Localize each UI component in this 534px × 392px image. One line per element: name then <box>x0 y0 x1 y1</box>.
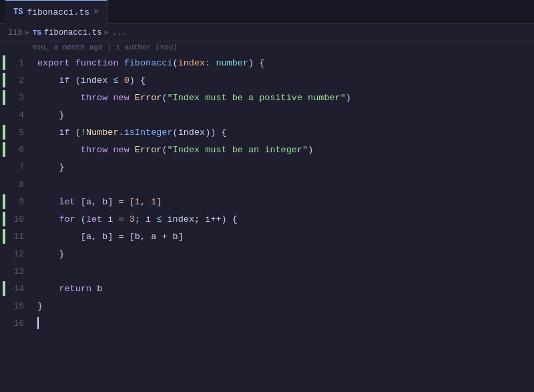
breadcrumb-sep1: ▶ <box>25 27 30 37</box>
gutter-line-16: 16 <box>0 315 29 332</box>
code-line-6: throw new Error("Index must be an intege… <box>37 141 534 158</box>
code-line-2: if (index ≤ 0) { <box>37 71 534 89</box>
line-num-16: 16 <box>8 319 24 329</box>
code-line-7: } <box>37 158 534 176</box>
gutter-line-3: 3 <box>0 89 29 106</box>
gutter-line-5: 5 <box>0 124 29 141</box>
gutter-line-13: 13 <box>0 262 29 280</box>
breadcrumb: lib ▶ TS fibonacci.ts ▶ ... <box>0 24 534 41</box>
git-bar-3 <box>3 90 5 105</box>
breadcrumb-lib: lib <box>8 28 23 37</box>
breadcrumb-sep2: ▶ <box>104 27 109 37</box>
line-num-12: 12 <box>8 249 24 259</box>
breadcrumb-ts-badge: TS <box>33 29 41 37</box>
gutter-line-1: 1 <box>0 54 29 71</box>
gutter-line-6: 6 <box>0 141 29 158</box>
cursor <box>37 317 39 329</box>
gutter-line-8: 8 <box>0 176 29 193</box>
git-bar-10 <box>3 212 5 226</box>
line-num-7: 7 <box>8 162 24 172</box>
gutter-line-12: 12 <box>0 245 29 262</box>
git-bar-2 <box>3 73 5 87</box>
code-line-13 <box>37 262 534 280</box>
line-num-8: 8 <box>8 180 24 190</box>
code-line-11: [a, b] = [b, a + b] <box>37 228 534 245</box>
code-line-10: for (let i = 3; i ≤ index; i++) { <box>37 210 534 228</box>
code-line-4: } <box>37 106 534 124</box>
line-num-6: 6 <box>8 145 24 155</box>
git-bar-5 <box>3 125 5 140</box>
git-bar-6 <box>3 142 5 157</box>
gutter-line-9: 9 <box>0 193 29 210</box>
breadcrumb-filename: fibonacci.ts <box>44 28 101 37</box>
breadcrumb-ellipsis: ... <box>112 28 127 37</box>
gutter-line-14: 14 <box>0 280 29 297</box>
tab-filename: fibonacci.ts <box>27 7 89 17</box>
code-line-5: if (!Number.isInteger(index)) { <box>37 124 534 141</box>
code-line-12: } <box>37 245 534 262</box>
line-num-3: 3 <box>8 93 24 103</box>
line-num-4: 4 <box>8 110 24 120</box>
gutter-line-11: 11 <box>0 228 29 245</box>
code-area: 1 2 3 4 5 6 7 <box>0 54 534 389</box>
code-line-14: return b <box>37 280 534 297</box>
gutter-line-15: 15 <box>0 297 29 315</box>
line-num-2: 2 <box>8 75 24 85</box>
code-content[interactable]: export function fibonacci(index: number)… <box>29 54 534 389</box>
gutter-line-7: 7 <box>0 158 29 176</box>
git-bar-11 <box>3 229 5 244</box>
line-num-5: 5 <box>8 128 24 138</box>
code-line-16 <box>37 315 534 332</box>
line-num-10: 10 <box>8 214 24 224</box>
gutter-line-10: 10 <box>0 210 29 228</box>
tab-bar: TS fibonacci.ts × <box>0 0 534 24</box>
git-bar-1 <box>3 55 5 70</box>
code-line-1: export function fibonacci(index: number)… <box>37 54 534 71</box>
blame-text: You, a month ago | 1 author (You) <box>32 43 178 51</box>
line-num-9: 9 <box>8 197 24 207</box>
line-num-14: 14 <box>8 284 24 294</box>
gutter-line-4: 4 <box>0 106 29 124</box>
code-line-3: throw new Error("Index must be a positiv… <box>37 89 534 106</box>
git-bar-14 <box>3 281 5 296</box>
tab-fibonacci[interactable]: TS fibonacci.ts × <box>5 0 107 24</box>
gutter: 1 2 3 4 5 6 7 <box>0 54 29 389</box>
code-line-15: } <box>37 297 534 315</box>
line-num-13: 13 <box>8 266 24 276</box>
ts-badge: TS <box>13 7 23 17</box>
git-bar-9 <box>3 194 5 209</box>
line-num-1: 1 <box>8 58 24 68</box>
blame-bar: You, a month ago | 1 author (You) <box>0 41 534 54</box>
gutter-line-2: 2 <box>0 71 29 89</box>
close-icon[interactable]: × <box>93 7 99 17</box>
line-num-15: 15 <box>8 301 24 311</box>
code-line-9: let [a, b] = [1, 1] <box>37 193 534 210</box>
line-num-11: 11 <box>8 232 24 242</box>
code-line-8 <box>37 176 534 193</box>
